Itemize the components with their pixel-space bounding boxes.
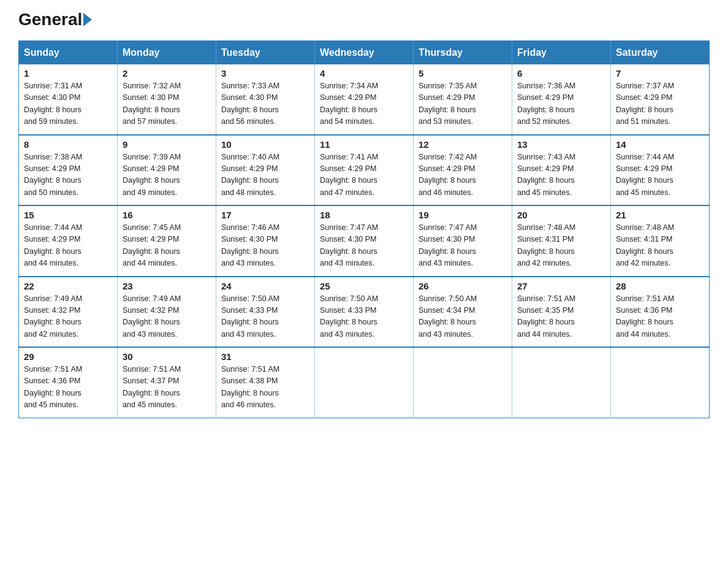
calendar-cell: 3Sunrise: 7:33 AMSunset: 4:30 PMDaylight…: [216, 64, 315, 135]
day-number: 28: [616, 281, 704, 291]
calendar-cell: 13Sunrise: 7:43 AMSunset: 4:29 PMDayligh…: [512, 135, 611, 206]
day-number: 1: [24, 68, 112, 79]
day-info: Sunrise: 7:49 AMSunset: 4:32 PMDaylight:…: [24, 293, 112, 341]
day-number: 25: [320, 281, 408, 291]
calendar-cell: 16Sunrise: 7:45 AMSunset: 4:29 PMDayligh…: [118, 205, 216, 277]
day-number: 30: [123, 351, 211, 362]
calendar-cell: 17Sunrise: 7:46 AMSunset: 4:30 PMDayligh…: [216, 205, 315, 277]
day-number: 20: [517, 210, 605, 220]
day-info: Sunrise: 7:32 AMSunset: 4:30 PMDaylight:…: [123, 80, 211, 128]
day-info: Sunrise: 7:42 AMSunset: 4:29 PMDaylight:…: [419, 151, 507, 199]
calendar-week-row: 29Sunrise: 7:51 AMSunset: 4:36 PMDayligh…: [19, 347, 710, 418]
calendar-cell: 28Sunrise: 7:51 AMSunset: 4:36 PMDayligh…: [611, 277, 710, 348]
col-header-wednesday: Wednesday: [315, 41, 414, 65]
day-number: 3: [221, 68, 309, 79]
day-number: 8: [24, 139, 112, 150]
calendar-week-row: 1Sunrise: 7:31 AMSunset: 4:30 PMDaylight…: [19, 64, 710, 135]
day-number: 23: [123, 281, 211, 291]
day-info: Sunrise: 7:37 AMSunset: 4:29 PMDaylight:…: [616, 80, 704, 128]
calendar-cell: 18Sunrise: 7:47 AMSunset: 4:30 PMDayligh…: [315, 205, 414, 277]
col-header-friday: Friday: [512, 41, 611, 65]
calendar-cell: 24Sunrise: 7:50 AMSunset: 4:33 PMDayligh…: [216, 277, 315, 348]
day-info: Sunrise: 7:35 AMSunset: 4:29 PMDaylight:…: [419, 80, 507, 128]
page-header: General: [18, 12, 710, 29]
day-info: Sunrise: 7:41 AMSunset: 4:29 PMDaylight:…: [320, 151, 408, 199]
calendar-cell: 14Sunrise: 7:44 AMSunset: 4:29 PMDayligh…: [611, 135, 710, 206]
calendar-cell: 26Sunrise: 7:50 AMSunset: 4:34 PMDayligh…: [414, 277, 512, 348]
calendar-cell: 25Sunrise: 7:50 AMSunset: 4:33 PMDayligh…: [315, 277, 414, 348]
day-info: Sunrise: 7:48 AMSunset: 4:31 PMDaylight:…: [517, 222, 605, 270]
day-info: Sunrise: 7:46 AMSunset: 4:30 PMDaylight:…: [221, 222, 309, 270]
day-number: 7: [616, 68, 704, 79]
day-number: 15: [24, 210, 112, 220]
day-number: 2: [123, 68, 211, 79]
calendar-cell: 9Sunrise: 7:39 AMSunset: 4:29 PMDaylight…: [118, 135, 216, 206]
day-number: 27: [517, 281, 605, 291]
day-info: Sunrise: 7:50 AMSunset: 4:33 PMDaylight:…: [320, 293, 408, 341]
day-number: 11: [320, 139, 408, 150]
day-number: 4: [320, 68, 408, 79]
day-info: Sunrise: 7:45 AMSunset: 4:29 PMDaylight:…: [123, 222, 211, 270]
day-number: 12: [419, 139, 507, 150]
day-number: 10: [221, 139, 309, 150]
day-info: Sunrise: 7:43 AMSunset: 4:29 PMDaylight:…: [517, 151, 605, 199]
calendar-cell: 5Sunrise: 7:35 AMSunset: 4:29 PMDaylight…: [414, 64, 512, 135]
calendar-cell: 7Sunrise: 7:37 AMSunset: 4:29 PMDaylight…: [611, 64, 710, 135]
day-info: Sunrise: 7:39 AMSunset: 4:29 PMDaylight:…: [123, 151, 211, 199]
calendar-cell: 30Sunrise: 7:51 AMSunset: 4:37 PMDayligh…: [118, 347, 216, 418]
day-info: Sunrise: 7:50 AMSunset: 4:33 PMDaylight:…: [221, 293, 309, 341]
calendar-cell: 6Sunrise: 7:36 AMSunset: 4:29 PMDaylight…: [512, 64, 611, 135]
day-number: 26: [419, 281, 507, 291]
col-header-saturday: Saturday: [611, 41, 710, 65]
day-info: Sunrise: 7:51 AMSunset: 4:35 PMDaylight:…: [517, 293, 605, 341]
day-number: 14: [616, 139, 704, 150]
calendar-cell: 4Sunrise: 7:34 AMSunset: 4:29 PMDaylight…: [315, 64, 414, 135]
day-info: Sunrise: 7:44 AMSunset: 4:29 PMDaylight:…: [24, 222, 112, 270]
calendar-cell: 11Sunrise: 7:41 AMSunset: 4:29 PMDayligh…: [315, 135, 414, 206]
calendar-cell: [611, 347, 710, 418]
calendar-cell: 31Sunrise: 7:51 AMSunset: 4:38 PMDayligh…: [216, 347, 315, 418]
day-info: Sunrise: 7:38 AMSunset: 4:29 PMDaylight:…: [24, 151, 112, 199]
day-info: Sunrise: 7:36 AMSunset: 4:29 PMDaylight:…: [517, 80, 605, 128]
day-info: Sunrise: 7:47 AMSunset: 4:30 PMDaylight:…: [419, 222, 507, 270]
day-number: 6: [517, 68, 605, 79]
day-info: Sunrise: 7:51 AMSunset: 4:38 PMDaylight:…: [221, 364, 309, 412]
day-number: 22: [24, 281, 112, 291]
day-number: 29: [24, 351, 112, 362]
calendar-week-row: 22Sunrise: 7:49 AMSunset: 4:32 PMDayligh…: [19, 277, 710, 348]
day-info: Sunrise: 7:47 AMSunset: 4:30 PMDaylight:…: [320, 222, 408, 270]
day-number: 17: [221, 210, 309, 220]
day-number: 16: [123, 210, 211, 220]
day-info: Sunrise: 7:50 AMSunset: 4:34 PMDaylight:…: [419, 293, 507, 341]
calendar-week-row: 8Sunrise: 7:38 AMSunset: 4:29 PMDaylight…: [19, 135, 710, 206]
col-header-sunday: Sunday: [19, 41, 118, 65]
logo-arrow-icon2: [83, 13, 92, 26]
calendar-cell: 1Sunrise: 7:31 AMSunset: 4:30 PMDaylight…: [19, 64, 118, 135]
day-info: Sunrise: 7:48 AMSunset: 4:31 PMDaylight:…: [616, 222, 704, 270]
day-info: Sunrise: 7:51 AMSunset: 4:36 PMDaylight:…: [616, 293, 704, 341]
calendar-cell: [414, 347, 512, 418]
calendar-cell: 2Sunrise: 7:32 AMSunset: 4:30 PMDaylight…: [118, 64, 216, 135]
calendar-cell: 23Sunrise: 7:49 AMSunset: 4:32 PMDayligh…: [118, 277, 216, 348]
calendar-cell: 19Sunrise: 7:47 AMSunset: 4:30 PMDayligh…: [414, 205, 512, 277]
calendar-cell: 27Sunrise: 7:51 AMSunset: 4:35 PMDayligh…: [512, 277, 611, 348]
day-number: 9: [123, 139, 211, 150]
calendar-header-row: SundayMondayTuesdayWednesdayThursdayFrid…: [19, 41, 710, 65]
day-number: 5: [419, 68, 507, 79]
day-number: 18: [320, 210, 408, 220]
calendar-cell: 12Sunrise: 7:42 AMSunset: 4:29 PMDayligh…: [414, 135, 512, 206]
col-header-thursday: Thursday: [414, 41, 512, 65]
day-info: Sunrise: 7:49 AMSunset: 4:32 PMDaylight:…: [123, 293, 211, 341]
col-header-tuesday: Tuesday: [216, 41, 315, 65]
calendar-cell: 20Sunrise: 7:48 AMSunset: 4:31 PMDayligh…: [512, 205, 611, 277]
day-info: Sunrise: 7:44 AMSunset: 4:29 PMDaylight:…: [616, 151, 704, 199]
day-info: Sunrise: 7:31 AMSunset: 4:30 PMDaylight:…: [24, 80, 112, 128]
calendar-cell: 10Sunrise: 7:40 AMSunset: 4:29 PMDayligh…: [216, 135, 315, 206]
logo: General: [18, 12, 93, 29]
day-number: 31: [221, 351, 309, 362]
calendar-cell: [315, 347, 414, 418]
day-info: Sunrise: 7:51 AMSunset: 4:36 PMDaylight:…: [24, 364, 112, 412]
day-info: Sunrise: 7:40 AMSunset: 4:29 PMDaylight:…: [221, 151, 309, 199]
day-info: Sunrise: 7:51 AMSunset: 4:37 PMDaylight:…: [123, 364, 211, 412]
day-info: Sunrise: 7:34 AMSunset: 4:29 PMDaylight:…: [320, 80, 408, 128]
